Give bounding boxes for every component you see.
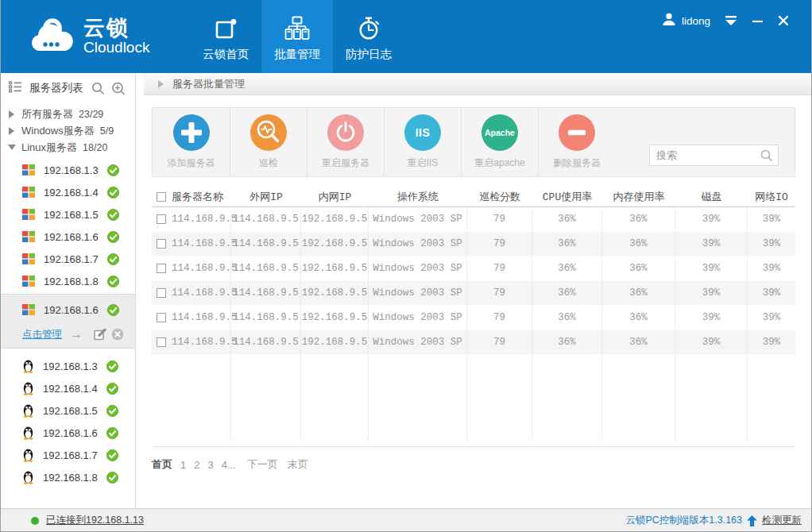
search-icon[interactable] <box>91 82 105 95</box>
column-header-cpu: CPU使用率 <box>532 187 602 206</box>
tab-batch-management[interactable]: 批量管理 <box>261 0 333 73</box>
batch-management-icon <box>284 12 310 40</box>
check-update-link[interactable]: 检测更新 <box>762 514 802 527</box>
manage-link[interactable]: 点击管理 <box>22 328 62 341</box>
online-check-icon <box>107 276 119 287</box>
linux-penguin-icon <box>22 448 34 462</box>
sidebar-header: 服务器列表 <box>1 76 135 100</box>
edit-icon[interactable] <box>94 328 106 341</box>
search-icon[interactable] <box>760 149 773 165</box>
restart-server-button[interactable]: 重启服务器 <box>307 108 384 176</box>
inspection-button[interactable]: 巡检 <box>230 108 307 176</box>
pagination-page-3[interactable]: 3 <box>207 459 213 471</box>
restart-iis-button[interactable]: IIS 重启IIS <box>384 108 461 176</box>
online-check-icon <box>106 405 118 417</box>
brand-subtitle: Cloudlock <box>83 39 149 56</box>
main-nav: 云锁首页 <box>190 0 404 73</box>
status-bar: 已连接到192.168.1.13 云锁PC控制端版本1.3.163 检测更新 <box>1 508 811 532</box>
tree-group-linux-servers[interactable]: Linux服务器 18/20 <box>9 139 135 156</box>
search-input[interactable] <box>649 145 779 166</box>
zoom-search-icon[interactable] <box>111 82 126 95</box>
remove-circle-icon[interactable] <box>111 328 124 341</box>
selected-server-item[interactable]: 192.168.1.6 <box>1 299 135 321</box>
table-row[interactable]: 114.168.9.5 114.168.9.5 192.168.9.5 Wind… <box>152 281 795 306</box>
server-item[interactable]: 192.168.1.5 <box>1 399 135 422</box>
row-checkbox[interactable] <box>157 264 166 273</box>
brand: 云锁 Cloudlock <box>1 0 190 73</box>
server-item[interactable]: 192.168.1.4 <box>1 377 135 399</box>
column-header-score: 巡检分数 <box>467 187 532 206</box>
row-checkbox[interactable] <box>157 337 166 347</box>
online-check-icon <box>107 253 119 265</box>
column-header-wan-ip: 外网IP <box>231 187 301 206</box>
close-button[interactable] <box>778 15 789 26</box>
connection-status-icon <box>31 517 39 525</box>
server-item[interactable]: 192.168.1.7 <box>1 248 135 270</box>
linux-penguin-icon <box>22 403 34 418</box>
row-checkbox[interactable] <box>157 239 166 249</box>
selected-server-panel: 192.168.1.6 点击管理 → <box>1 294 135 349</box>
column-header-disk: 磁盘 <box>675 187 748 206</box>
column-header-memory: 内存使用率 <box>602 187 675 206</box>
update-arrow-icon <box>747 515 757 526</box>
tab-cloudlock-home[interactable]: 云锁首页 <box>190 0 261 73</box>
pagination-first[interactable]: 首页 <box>152 457 172 472</box>
online-check-icon <box>107 209 119 221</box>
online-check-icon <box>106 472 118 484</box>
minimize-button[interactable] <box>752 15 764 26</box>
pagination-page-2[interactable]: 2 <box>194 459 199 471</box>
user-area: lidong <box>662 0 811 73</box>
tree-group-all-servers[interactable]: 所有服务器 23/29 <box>9 106 135 122</box>
row-checkbox[interactable] <box>157 214 166 224</box>
server-item[interactable]: 192.168.1.7 <box>1 444 135 466</box>
server-item[interactable]: 192.168.1.3 <box>1 159 135 181</box>
connection-link[interactable]: 已连接到192.168.1.13 <box>46 514 144 527</box>
breadcrumb: 服务器批量管理 <box>144 73 811 95</box>
windows-icon <box>22 187 35 198</box>
column-header-io: 网络IO <box>748 187 795 206</box>
list-icon <box>9 81 22 96</box>
server-item[interactable]: 192.168.1.6 <box>1 422 135 444</box>
tab-label: 防护日志 <box>346 47 392 62</box>
pagination-page-4[interactable]: 4... <box>222 459 236 471</box>
protection-log-icon <box>357 12 381 40</box>
pagination-next[interactable]: 下一页 <box>247 457 278 472</box>
page-title: 服务器批量管理 <box>172 77 245 91</box>
table-row[interactable]: 114.168.9.5 114.168.9.5 192.168.9.5 Wind… <box>152 330 795 355</box>
pagination-last[interactable]: 末页 <box>288 457 308 472</box>
main-area: 服务器批量管理 添加服务器 <box>136 73 811 508</box>
group-count: 5/9 <box>100 125 114 137</box>
server-item[interactable]: 192.168.1.3 <box>1 355 135 377</box>
tab-label: 云锁首页 <box>203 47 249 62</box>
server-tree: 所有服务器 23/29 Windows服务器 5/9 Linux服务器 18/2… <box>1 100 135 156</box>
server-item[interactable]: 192.168.1.6 <box>1 226 135 248</box>
restart-apache-button[interactable]: Apache 重启apache <box>461 108 538 176</box>
restart-apache-icon: Apache <box>481 114 518 151</box>
tab-protection-logs[interactable]: 防护日志 <box>333 0 404 73</box>
table-row[interactable]: 114.168.9.5 114.168.9.5 192.168.9.5 Wind… <box>152 207 795 232</box>
server-item[interactable]: 192.168.1.8 <box>1 270 135 292</box>
pagination-page-1[interactable]: 1 <box>180 459 186 471</box>
windows-icon <box>22 231 35 242</box>
column-header-os: 操作系统 <box>369 187 467 206</box>
server-item[interactable]: 192.168.1.8 <box>1 466 135 488</box>
inspection-icon <box>250 114 287 151</box>
add-server-button[interactable]: 添加服务器 <box>153 108 230 176</box>
table-row[interactable]: 114.168.9.5 114.168.9.5 192.168.9.5 Wind… <box>152 232 795 256</box>
row-checkbox[interactable] <box>157 288 166 298</box>
delete-server-button[interactable]: 删除服务器 <box>538 108 615 176</box>
linux-penguin-icon <box>22 426 34 440</box>
select-all-checkbox[interactable] <box>157 192 166 202</box>
user-menu-dropdown-icon[interactable] <box>725 15 737 26</box>
tree-group-windows-servers[interactable]: Windows服务器 5/9 <box>9 122 135 139</box>
online-check-icon <box>107 187 119 199</box>
pagination: 首页 1 2 3 4... 下一页 末页 <box>152 457 811 472</box>
server-item[interactable]: 192.168.1.5 <box>1 203 135 226</box>
linux-penguin-icon <box>22 381 34 395</box>
table-row[interactable]: 114.168.9.5 114.168.9.5 192.168.9.5 Wind… <box>152 256 795 281</box>
row-checkbox[interactable] <box>157 313 166 322</box>
server-item[interactable]: 192.168.1.4 <box>1 181 135 203</box>
table-row[interactable]: 114.168.9.5 114.168.9.5 192.168.9.5 Wind… <box>152 306 795 330</box>
username: lidong <box>682 15 710 27</box>
linux-penguin-icon <box>22 359 34 373</box>
